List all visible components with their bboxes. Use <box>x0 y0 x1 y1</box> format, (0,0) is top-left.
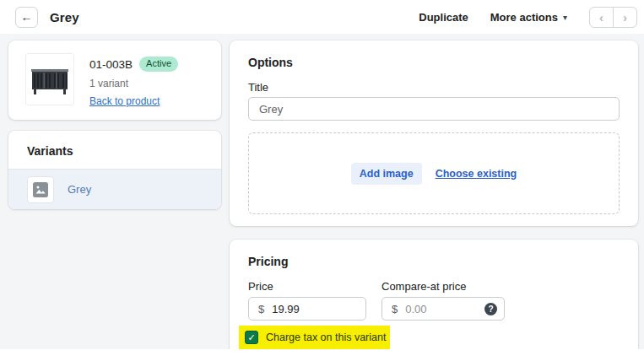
product-summary-card: 01-003B Active 1 variant Back to product <box>8 40 221 120</box>
pricing-card: Pricing Price $ 19.99 Compare-at price $… <box>230 240 638 349</box>
image-icon <box>33 182 48 197</box>
options-card-title: Options <box>248 56 620 69</box>
product-info: 01-003B Active 1 variant Back to product <box>89 53 178 107</box>
product-thumbnail <box>25 53 74 105</box>
title-field-label: Title <box>248 81 620 94</box>
price-value: 19.99 <box>272 303 300 315</box>
image-dropzone[interactable]: Add image Choose existing <box>248 132 620 214</box>
duplicate-button[interactable]: Duplicate <box>419 11 468 24</box>
choose-existing-link[interactable]: Choose existing <box>436 168 517 180</box>
checkmark-icon: ✓ <box>247 333 255 342</box>
pricing-card-title: Pricing <box>248 255 620 268</box>
currency-prefix: $ <box>258 303 264 315</box>
pricing-fields-row: Price $ 19.99 Compare-at price $ 0.00 ? <box>248 280 620 321</box>
add-image-label: Add image <box>360 168 414 180</box>
compare-at-price-input[interactable]: $ 0.00 ? <box>382 297 505 321</box>
help-icon[interactable]: ? <box>484 303 497 315</box>
variant-count: 1 variant <box>89 78 178 89</box>
question-mark-glyph: ? <box>488 304 493 314</box>
product-sku: 01-003B <box>89 58 133 71</box>
compare-at-price-placeholder: 0.00 <box>405 303 426 315</box>
title-input[interactable] <box>248 97 620 121</box>
chevron-left-icon: ‹ <box>599 10 603 24</box>
charge-tax-label: Charge tax on this variant <box>266 331 386 343</box>
variant-item-label: Grey <box>68 183 91 196</box>
charge-tax-row-highlighted: ✓ Charge tax on this variant <box>239 326 390 349</box>
more-actions-label: More actions <box>490 11 558 24</box>
variant-list-item-grey[interactable]: Grey <box>8 169 221 209</box>
next-variant-button[interactable]: › <box>613 7 637 28</box>
back-button[interactable]: ← <box>15 7 38 28</box>
status-badge: Active <box>139 57 178 72</box>
variants-card: Variants Grey <box>8 131 221 209</box>
variants-card-title: Variants <box>8 131 221 169</box>
price-label: Price <box>248 280 366 293</box>
price-input[interactable]: $ 19.99 <box>248 297 366 321</box>
charge-tax-checkbox[interactable]: ✓ <box>245 331 258 344</box>
variant-image-placeholder <box>27 176 54 203</box>
page-title: Grey <box>50 10 79 24</box>
cabinet-image <box>30 57 70 101</box>
add-image-button[interactable]: Add image <box>351 163 422 185</box>
chevron-down-icon: ▾ <box>563 13 567 22</box>
page-content: 01-003B Active 1 variant Back to product… <box>0 34 644 349</box>
duplicate-label: Duplicate <box>419 11 468 24</box>
compare-at-price-label: Compare-at price <box>382 280 505 293</box>
back-arrow-icon: ← <box>21 10 33 24</box>
previous-variant-button[interactable]: ‹ <box>589 7 614 28</box>
topbar-actions: Duplicate More actions ▾ ‹ › <box>419 7 637 28</box>
right-column: Options Title Add image Choose existing … <box>230 40 638 349</box>
chevron-right-icon: › <box>623 10 627 24</box>
left-column: 01-003B Active 1 variant Back to product… <box>8 40 221 209</box>
price-field: Price $ 19.99 <box>248 280 366 321</box>
options-card: Options Title Add image Choose existing <box>230 40 638 226</box>
topbar: ← Grey Duplicate More actions ▾ ‹ › <box>0 0 644 34</box>
back-to-product-link[interactable]: Back to product <box>89 95 160 107</box>
compare-at-price-field: Compare-at price $ 0.00 ? <box>382 280 505 321</box>
currency-prefix: $ <box>392 303 398 315</box>
more-actions-button[interactable]: More actions ▾ <box>490 11 567 24</box>
variant-pagination: ‹ › <box>589 7 637 28</box>
